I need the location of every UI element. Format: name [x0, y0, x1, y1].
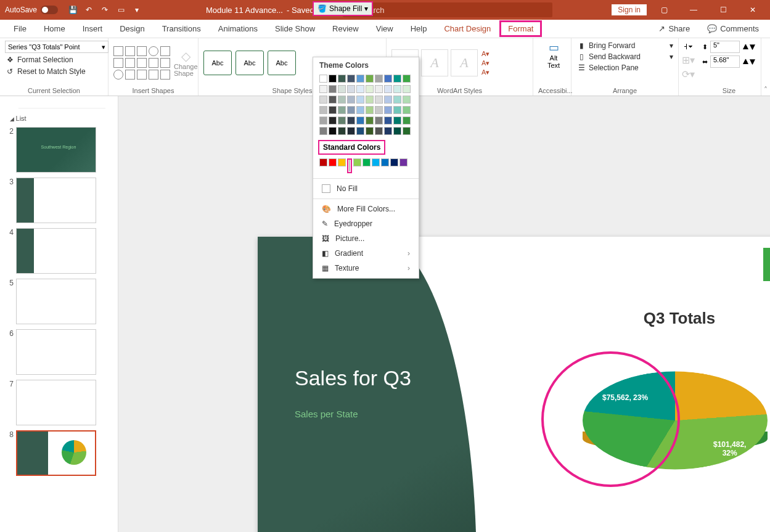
- wordart-sample[interactable]: A: [451, 49, 478, 76]
- slide-thumbnail-5[interactable]: [16, 279, 96, 324]
- color-swatch[interactable]: [375, 75, 383, 83]
- search-box[interactable]: ⌕ Search: [343, 2, 552, 17]
- alt-text-button[interactable]: ▭ Alt Text: [538, 41, 569, 69]
- tab-chart-design[interactable]: Chart Design: [435, 20, 499, 37]
- reset-match-style-button[interactable]: ↺Reset to Match Style: [5, 67, 103, 76]
- color-swatch[interactable]: [375, 96, 383, 104]
- signin-button[interactable]: Sign in: [612, 4, 647, 15]
- data-label-utah[interactable]: $70,062, 22%: [655, 337, 701, 345]
- thumb-prev[interactable]: [18, 100, 105, 108]
- color-swatch[interactable]: [353, 158, 361, 166]
- color-swatch[interactable]: [384, 117, 392, 125]
- color-swatch[interactable]: [384, 85, 392, 93]
- color-swatch[interactable]: [347, 85, 355, 93]
- slide-thumbnail-4[interactable]: [16, 228, 96, 274]
- tab-slideshow[interactable]: Slide Show: [266, 20, 324, 37]
- color-swatch[interactable]: [347, 75, 355, 83]
- color-swatch[interactable]: [356, 106, 364, 114]
- color-swatch[interactable]: [366, 85, 374, 93]
- data-label-arizona[interactable]: $75,377, 23%: [733, 361, 770, 379]
- slide-thumbnail-8[interactable]: [16, 430, 96, 476]
- color-swatch[interactable]: [375, 117, 383, 125]
- color-swatch[interactable]: [375, 127, 383, 135]
- color-swatch[interactable]: [390, 158, 398, 166]
- tab-design[interactable]: Design: [111, 20, 153, 37]
- color-swatch[interactable]: [399, 158, 408, 166]
- close-icon[interactable]: ✕: [740, 0, 765, 20]
- ribbon-display-icon[interactable]: ▢: [652, 0, 676, 20]
- color-swatch[interactable]: [329, 96, 337, 104]
- shape-style-gallery[interactable]: Abc Abc Abc: [203, 51, 296, 75]
- autosave-toggle[interactable]: AutoSave: [0, 6, 63, 14]
- color-swatch[interactable]: [393, 96, 401, 104]
- share-button[interactable]: ↗Share: [652, 22, 696, 36]
- tab-view[interactable]: View: [367, 20, 402, 37]
- maximize-icon[interactable]: ☐: [711, 0, 735, 20]
- accent-box[interactable]: [763, 248, 770, 281]
- color-swatch[interactable]: [366, 127, 374, 135]
- color-swatch[interactable]: [329, 85, 337, 93]
- color-swatch[interactable]: [372, 158, 380, 166]
- color-swatch[interactable]: [393, 106, 401, 114]
- spinner-icon[interactable]: ⯅⯆: [742, 58, 756, 65]
- color-swatch[interactable]: [375, 106, 383, 114]
- selected-color-yellow[interactable]: [347, 158, 352, 173]
- color-swatch[interactable]: [403, 106, 411, 114]
- undo-icon[interactable]: ↶: [84, 5, 94, 15]
- color-swatch[interactable]: [362, 158, 371, 166]
- wordart-sample[interactable]: A: [421, 49, 448, 76]
- tab-transitions[interactable]: Transitions: [154, 20, 210, 37]
- color-swatch[interactable]: [384, 106, 392, 114]
- color-swatch[interactable]: [338, 158, 346, 166]
- shape-gallery[interactable]: [113, 46, 170, 80]
- tab-animations[interactable]: Animations: [210, 20, 266, 37]
- section-label[interactable]: List: [0, 112, 118, 125]
- width-input[interactable]: 5.68": [710, 55, 740, 68]
- style-sample[interactable]: Abc: [236, 51, 264, 75]
- color-swatch[interactable]: [329, 75, 337, 83]
- text-effects-icon[interactable]: A▾: [481, 68, 489, 76]
- eyedropper-item[interactable]: ✎Eyedropper: [313, 216, 419, 231]
- tab-file[interactable]: File: [5, 20, 35, 37]
- pie-chart[interactable]: Q3 Totals $70,062, 22% $75,377, 23% $101…: [544, 309, 770, 532]
- color-swatch[interactable]: [393, 127, 401, 135]
- color-swatch[interactable]: [381, 158, 389, 166]
- color-swatch[interactable]: [393, 85, 401, 93]
- slide-subtitle[interactable]: Sales per State: [258, 390, 477, 419]
- selection-pane-button[interactable]: ☰Selection Pane: [576, 63, 673, 73]
- color-swatch[interactable]: [356, 75, 364, 83]
- tab-format[interactable]: Format: [499, 20, 542, 37]
- color-swatch[interactable]: [319, 106, 327, 114]
- slideshow-icon[interactable]: ▭: [116, 5, 126, 15]
- color-swatch[interactable]: [356, 117, 364, 125]
- collapse-ribbon-icon[interactable]: ˄: [764, 86, 768, 94]
- color-swatch[interactable]: [356, 85, 364, 93]
- color-swatch[interactable]: [338, 106, 346, 114]
- color-swatch[interactable]: [338, 75, 346, 83]
- slide-thumbnail-3[interactable]: [16, 178, 96, 223]
- color-swatch[interactable]: [356, 127, 364, 135]
- color-swatch[interactable]: [319, 96, 327, 104]
- color-swatch[interactable]: [393, 117, 401, 125]
- color-swatch[interactable]: [384, 127, 392, 135]
- color-swatch[interactable]: [319, 85, 327, 93]
- slide-thumbnails-panel[interactable]: List 2Southwest Region 3 4 5 6 7 8: [0, 96, 118, 532]
- color-swatch[interactable]: [319, 127, 327, 135]
- spinner-icon[interactable]: ⯅⯆: [742, 43, 756, 51]
- color-swatch[interactable]: [319, 158, 327, 166]
- color-swatch[interactable]: [393, 75, 401, 83]
- color-swatch[interactable]: [375, 85, 383, 93]
- tab-review[interactable]: Review: [324, 20, 367, 37]
- color-swatch[interactable]: [329, 127, 337, 135]
- color-swatch[interactable]: [403, 117, 411, 125]
- chart-title[interactable]: Q3 Totals: [544, 309, 770, 328]
- color-swatch[interactable]: [329, 117, 337, 125]
- tab-insert[interactable]: Insert: [74, 20, 112, 37]
- color-swatch[interactable]: [384, 75, 392, 83]
- shape-fill-button[interactable]: 🪣 Shape Fill ▾: [313, 1, 373, 16]
- color-swatch[interactable]: [329, 158, 337, 166]
- text-outline-icon[interactable]: A▾: [481, 59, 489, 67]
- color-swatch[interactable]: [329, 106, 337, 114]
- color-swatch[interactable]: [347, 117, 355, 125]
- color-swatch[interactable]: [347, 96, 355, 104]
